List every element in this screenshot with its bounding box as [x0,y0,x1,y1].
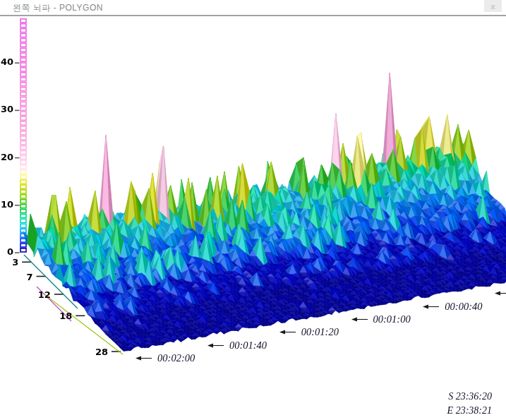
freq-axis-tick-label: 28 [87,347,108,357]
polygon-window: 왼쪽 뇌파 - POLYGON x 0102030403712182800:02… [0,0,506,420]
time-axis-tick: 00:00:40 [421,301,482,312]
close-icon: x [484,1,502,12]
z-axis-tick-label: 30 [0,104,13,114]
left-arrow-icon [278,329,296,335]
time-axis-tick-label: 00:01:00 [373,313,411,325]
z-axis-tick-label: 10 [0,199,13,210]
time-axis-tick: 00:02:00 [134,353,195,364]
time-axis-tick-label: 00:01:40 [229,340,267,352]
time-axis-tick [493,288,506,299]
z-axis-tick-label: 0 [0,246,13,257]
left-arrow-icon [350,316,368,323]
freq-axis-tick-label: 7 [12,272,33,282]
time-axis-tick-label: 00:01:20 [301,326,339,338]
z-axis-tick-label: 40 [0,56,13,67]
time-axis-tick-label: 00:00:40 [445,301,482,313]
z-axis-tick-label: 20 [0,152,13,162]
time-axis-tick: 00:01:40 [206,340,267,351]
window-title: 왼쪽 뇌파 - POLYGON [13,2,103,14]
freq-axis-tick-label: 3 [0,257,18,268]
time-axis-tick: 00:01:20 [278,327,339,337]
time-axis-tick-label: 00:02:00 [157,352,195,364]
surface-plot-canvas [0,0,506,420]
left-arrow-icon [421,304,440,310]
session-start-label: S 23:36:20 [381,391,492,402]
left-arrow-icon [206,342,224,349]
session-end-label: E 23:38:21 [381,405,492,416]
left-arrow-icon [493,290,506,296]
left-arrow-icon [134,355,152,361]
freq-axis-tick-label: 18 [51,311,72,321]
title-bar: 왼쪽 뇌파 - POLYGON x [0,0,506,16]
freq-axis-tick-label: 12 [30,289,51,300]
time-axis-tick: 00:01:00 [350,314,411,325]
close-button[interactable]: x [484,0,502,12]
